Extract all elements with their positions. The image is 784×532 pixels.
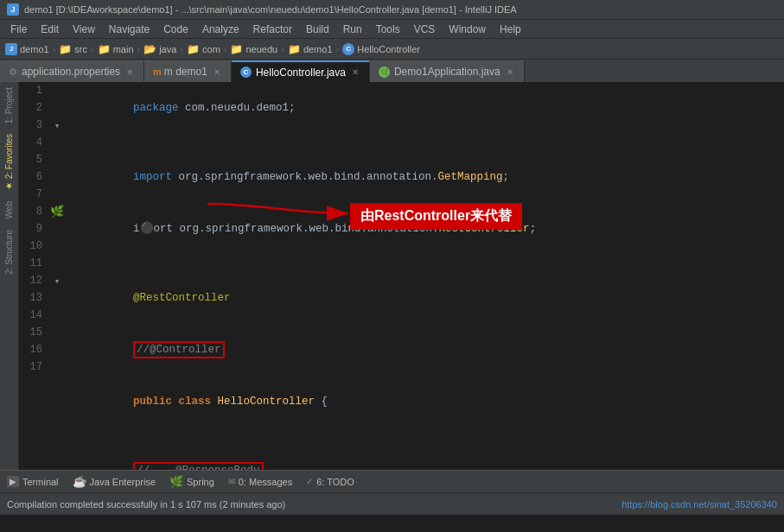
line-num-16: 16 (19, 341, 49, 358)
props-icon: ⚙ (9, 66, 17, 78)
menu-window[interactable]: Window (442, 20, 493, 38)
gutter-5 (49, 151, 65, 168)
folder-icon3: 📁 (187, 43, 200, 55)
menu-navigate[interactable]: Navigate (102, 20, 156, 38)
menu-code[interactable]: Code (156, 20, 195, 38)
window-title: demo1 [D:\IDEAworkspace\demo1] - ...\src… (24, 4, 517, 15)
code-line-9 (68, 428, 784, 445)
breadcrumb-demo1[interactable]: J demo1 (5, 43, 49, 55)
line-num-3: 3 (19, 117, 49, 134)
chinese-annotation-label: 由RestController来代替 (350, 203, 522, 230)
project-sidebar: 1: Project ★ 2: Favorites Web 2: Structu… (0, 82, 19, 470)
project-icon: J (5, 43, 17, 55)
fold-icon-3[interactable]: ▾ (54, 120, 61, 131)
menu-edit[interactable]: Edit (34, 20, 66, 38)
sep1: › (53, 44, 56, 54)
line-num-7: 7 (19, 186, 49, 203)
tool-bar: ▶ Terminal ☕ Java Enterprise 🌿 Spring ✉ … (0, 470, 784, 492)
line-num-17: 17 (19, 358, 49, 376)
menu-file[interactable]: File (3, 20, 34, 38)
gutter-8: 🌿 (49, 203, 65, 220)
tool-todo[interactable]: ✓ 6: TODO (306, 477, 354, 487)
spring-tool-icon: 🌿 (169, 475, 183, 488)
gutter-16 (49, 341, 65, 358)
sidebar-web-label[interactable]: Web (2, 196, 16, 224)
breadcrumb-neuedu[interactable]: 📁 neuedu (230, 43, 277, 55)
tool-spring[interactable]: 🌿 Spring (169, 475, 214, 488)
java-class-icon: C (342, 43, 354, 55)
tab-hellocontroller[interactable]: C HelloController.java ✕ (232, 60, 370, 82)
code-line-2 (68, 134, 784, 151)
java-folder-icon: 📂 (143, 43, 156, 55)
breadcrumb-main[interactable]: 📁 main (98, 43, 134, 55)
breadcrumb-demo1-pkg[interactable]: 📁 demo1 (288, 43, 333, 55)
line-num-10: 10 (19, 238, 49, 255)
menu-run[interactable]: Run (336, 20, 369, 38)
fold-icon-12[interactable]: ▾ (54, 276, 61, 287)
line-num-8: 8 (19, 203, 49, 220)
menu-view[interactable]: View (66, 20, 102, 38)
line-num-5: 5 (19, 151, 49, 168)
tool-java-enterprise[interactable]: ☕ Java Enterprise (73, 475, 156, 488)
folder-icon4: 📁 (230, 43, 243, 55)
line-num-2: 2 (19, 99, 49, 117)
line-num-15: 15 (19, 324, 49, 341)
menu-help[interactable]: Help (493, 20, 528, 38)
breadcrumb-bar: J demo1 › 📁 src › 📁 main › 📂 java › 📁 co… (0, 38, 784, 59)
gutter-13 (49, 289, 65, 307)
menu-bar: File Edit View Navigate Code Analyze Ref… (0, 19, 784, 38)
line-num-6: 6 (19, 168, 49, 186)
at-controller-box: //@Controller (133, 341, 225, 358)
sidebar-structure-label[interactable]: 2: Structure (2, 225, 16, 280)
tab-demo1application[interactable]: 🌿 Demo1Application.java ✕ (370, 60, 525, 82)
gutter-14 (49, 307, 65, 324)
spring-icon: 🌿 (379, 66, 390, 78)
code-column[interactable]: package com.neuedu.demo1; import org.spr… (65, 82, 784, 470)
breadcrumb-com[interactable]: 📁 com (187, 43, 220, 55)
tab-close-3[interactable]: ✕ (505, 67, 515, 77)
menu-refactor[interactable]: Refactor (246, 20, 299, 38)
compilation-status: Compilation completed successfully in 1 … (7, 499, 285, 510)
java-enterprise-icon: ☕ (73, 475, 86, 488)
gutter-2 (49, 99, 65, 117)
code-line-10: // @ResponseBody (68, 445, 784, 470)
tab-close-0[interactable]: ✕ (124, 67, 135, 77)
gutter-6 (49, 168, 65, 186)
breadcrumb-java[interactable]: 📂 java (143, 43, 176, 55)
code-line-5 (68, 255, 784, 272)
sidebar-project-label[interactable]: 1: Project (2, 82, 16, 129)
menu-analyze[interactable]: Analyze (195, 20, 246, 38)
breadcrumb-src[interactable]: 📁 src (59, 43, 87, 55)
gutter-12: ▾ (49, 272, 65, 289)
gutter-3: ▾ (49, 117, 65, 134)
tab-demo1-maven[interactable]: m m demo1 ✕ (144, 60, 232, 82)
line-num-13: 13 (19, 289, 49, 307)
breadcrumb-hellocontroller[interactable]: C HelloController (342, 43, 420, 55)
tool-messages[interactable]: ✉ 0: Messages (228, 477, 292, 487)
gutter-15 (49, 324, 65, 341)
gutter-1 (49, 82, 65, 99)
spring-bean-icon: 🌿 (50, 205, 64, 218)
tool-terminal[interactable]: ▶ Terminal (7, 476, 59, 487)
tab-application-properties[interactable]: ⚙ application.properties ✕ (0, 60, 144, 82)
status-bar: Compilation completed successfully in 1 … (0, 492, 784, 515)
messages-icon: ✉ (228, 477, 235, 486)
tab-close-1[interactable]: ✕ (212, 67, 222, 77)
sidebar-favorites-label[interactable]: ★ 2: Favorites (2, 129, 16, 196)
folder-icon2: 📁 (98, 43, 111, 55)
title-bar: J demo1 [D:\IDEAworkspace\demo1] - ...\s… (0, 0, 784, 19)
line-number-column: 1 2 3 4 5 6 7 8 9 10 11 12 13 14 15 16 1… (19, 82, 49, 470)
menu-build[interactable]: Build (299, 20, 336, 38)
gutter-11 (49, 255, 65, 272)
maven-icon: m (153, 66, 162, 77)
url-label: https://blog.csdn.net/sinat_35206340 (621, 499, 777, 510)
terminal-icon: ▶ (7, 476, 19, 487)
gutter-4 (49, 134, 65, 151)
gutter-9 (49, 220, 65, 238)
menu-vcs[interactable]: VCS (407, 20, 443, 38)
menu-tools[interactable]: Tools (369, 20, 407, 38)
gutter-column: ▾ 🌿 ▾ (49, 82, 65, 470)
tab-close-2[interactable]: ✕ (350, 67, 360, 77)
folder-icon5: 📁 (288, 43, 301, 55)
code-line-3: import org.springframework.web.bind.anno… (68, 151, 784, 203)
